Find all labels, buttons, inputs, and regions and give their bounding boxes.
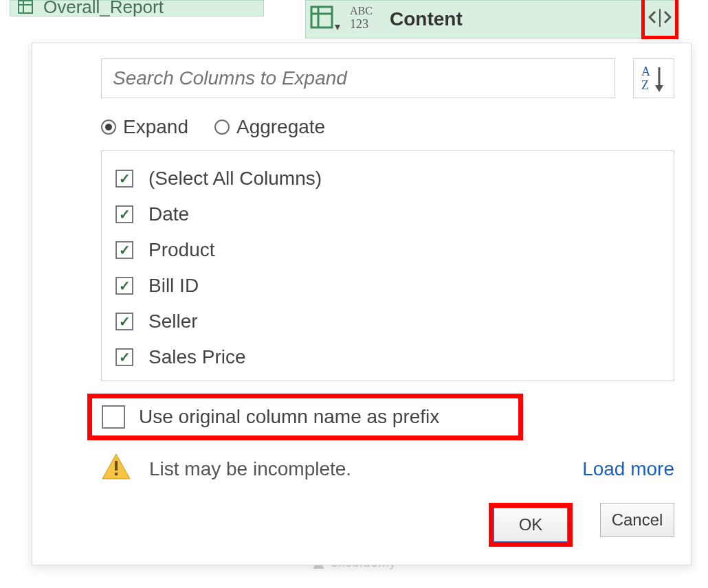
expand-column-button[interactable] — [646, 4, 674, 32]
svg-marker-13 — [655, 85, 663, 92]
svg-marker-6 — [335, 25, 340, 30]
warning-icon — [101, 453, 131, 485]
query-name: Overall_Report — [43, 0, 164, 18]
search-input[interactable] — [101, 58, 615, 98]
query-tab[interactable]: Overall_Report — [10, 0, 264, 16]
select-all-label: (Select All Columns) — [148, 168, 322, 190]
svg-text:ABC: ABC — [350, 5, 373, 16]
checkbox-icon — [115, 277, 133, 295]
column-header: ABC 123 Content — [305, 0, 676, 38]
checkbox-icon — [115, 313, 133, 330]
highlight-prefix-option: Use original column name as prefix — [87, 394, 523, 440]
svg-rect-15 — [115, 461, 118, 471]
expand-column-dropdown: A Z Expand Aggregate (Select All Columns… — [32, 43, 692, 565]
column-title: Content — [390, 8, 463, 30]
columns-list: (Select All Columns) Date Product Bill I… — [101, 150, 674, 381]
datatype-icon[interactable]: ABC 123 — [349, 3, 380, 35]
highlight-ok-button: OK — [489, 503, 573, 547]
column-label: Product — [148, 239, 215, 261]
svg-text:Z: Z — [641, 78, 649, 92]
checkbox-column[interactable]: Seller — [115, 304, 660, 339]
checkbox-icon — [115, 348, 133, 366]
checkbox-column[interactable]: Product — [115, 232, 660, 268]
checkbox-select-all[interactable]: (Select All Columns) — [115, 161, 660, 196]
ok-button[interactable]: OK — [494, 508, 568, 542]
column-label: Date — [148, 203, 189, 225]
radio-expand[interactable]: Expand — [101, 116, 188, 138]
checkbox-column[interactable]: Sales Price — [115, 339, 660, 375]
svg-text:A: A — [641, 65, 650, 78]
radio-aggregate[interactable]: Aggregate — [214, 116, 325, 138]
checkbox-column[interactable]: Date — [115, 196, 660, 232]
column-label: Seller — [148, 310, 198, 332]
checkbox-column[interactable]: Bill ID — [115, 268, 660, 304]
load-more-link[interactable]: Load more — [582, 458, 674, 480]
table-icon — [17, 0, 34, 15]
radio-expand-label: Expand — [123, 116, 188, 138]
svg-text:123: 123 — [350, 17, 368, 31]
svg-rect-0 — [19, 1, 32, 13]
table-dropdown-icon[interactable] — [310, 4, 342, 34]
sort-az-button[interactable]: A Z — [633, 58, 674, 98]
prefix-label: Use original column name as prefix — [139, 406, 439, 428]
checkbox-prefix[interactable] — [102, 405, 125, 429]
svg-rect-3 — [311, 7, 332, 27]
column-label: Sales Price — [148, 346, 246, 368]
column-label: Bill ID — [148, 275, 199, 297]
checkbox-icon — [115, 205, 133, 223]
radio-icon — [214, 120, 230, 135]
radio-aggregate-label: Aggregate — [236, 116, 325, 138]
checkbox-icon — [115, 170, 133, 188]
radio-icon — [101, 120, 116, 135]
svg-rect-16 — [115, 473, 118, 475]
checkbox-icon — [115, 241, 133, 259]
cancel-button[interactable]: Cancel — [600, 503, 674, 537]
highlight-expand-button — [641, 0, 678, 39]
warning-text: List may be incomplete. — [149, 458, 351, 480]
